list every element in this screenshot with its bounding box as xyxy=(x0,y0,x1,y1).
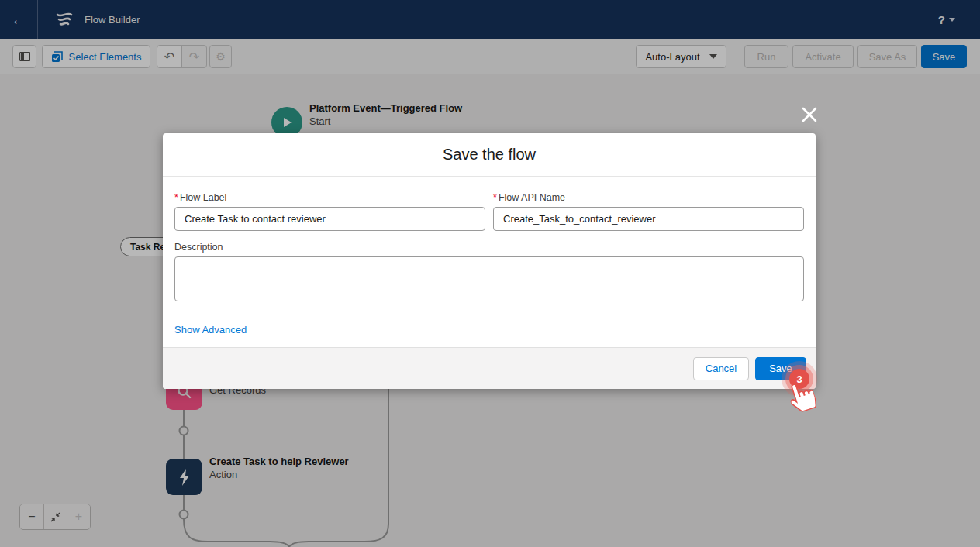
show-advanced-link[interactable]: Show Advanced xyxy=(174,324,247,335)
modal-body: *Flow Label *Flow API Name Description S… xyxy=(163,177,816,347)
required-asterisk: * xyxy=(493,192,497,203)
cancel-label: Cancel xyxy=(706,363,737,374)
required-asterisk: * xyxy=(174,192,178,203)
description-label: Description xyxy=(174,242,804,253)
flow-label-label: *Flow Label xyxy=(174,192,485,203)
description-textarea[interactable] xyxy=(174,256,804,301)
modal-header: Save the flow xyxy=(163,133,816,177)
save-flow-modal: Save the flow *Flow Label *Flow API Name… xyxy=(163,133,816,389)
flow-label-input[interactable] xyxy=(174,207,485,231)
cancel-button[interactable]: Cancel xyxy=(693,357,749,380)
flow-api-name-input[interactable] xyxy=(493,207,804,231)
close-icon xyxy=(801,106,818,123)
modal-title: Save the flow xyxy=(443,146,536,163)
modal-save-label: Save xyxy=(769,363,792,374)
flow-api-name-label: *Flow API Name xyxy=(493,192,804,203)
modal-footer: Cancel Save xyxy=(163,347,816,389)
modal-close-button[interactable] xyxy=(799,104,820,126)
flow-builder-app: ← Flow Builder ? xyxy=(0,0,980,547)
